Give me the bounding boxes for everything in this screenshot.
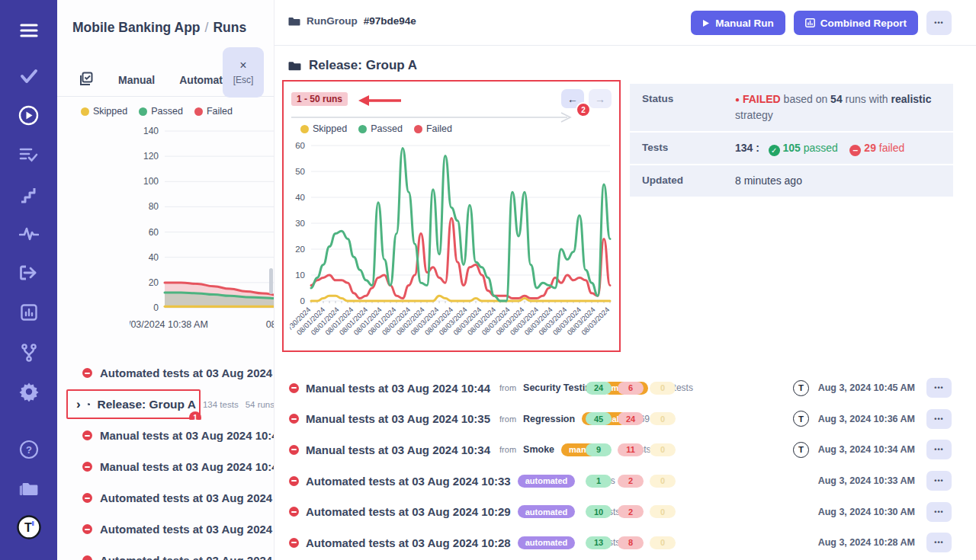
tab-manual[interactable]: Manual [118, 74, 155, 86]
legend-item[interactable]: Passed [139, 106, 183, 117]
failed-pill: 2 [618, 475, 644, 488]
svg-text:10: 10 [295, 270, 305, 280]
svg-text:140: 140 [143, 126, 159, 136]
result-list-icon[interactable] [0, 146, 57, 163]
mini-trend-chart: 02040608010012014008/03/2024 10:38 AM08/… [130, 120, 274, 341]
legend-item[interactable]: Skipped [300, 123, 347, 134]
result-pills: 9110 [586, 443, 676, 456]
failed-minus-icon: – [849, 145, 861, 156]
legend-item[interactable]: Failed [414, 123, 452, 134]
analytics-icon[interactable] [0, 303, 57, 322]
row-more-button[interactable]: ••• [926, 502, 952, 522]
pulse-icon[interactable] [0, 226, 57, 242]
run-row[interactable]: Automated tests at 03 Aug 2024 10:29auto… [282, 496, 952, 527]
breadcrumb-project[interactable]: Mobile Banking App [72, 20, 201, 35]
manual-run-button[interactable]: Manual Run [691, 11, 785, 35]
close-icon[interactable]: × [239, 59, 246, 72]
tests-row: Tests 134 : ✓ 105 passed – 29 failed [630, 133, 953, 164]
run-title: Manual tests at 03 Aug 2024 10:34 [306, 443, 490, 456]
left-run-row[interactable]: Manual tests at 03 Aug 2024 10:43 [57, 420, 274, 451]
projects-folder-icon[interactable] [0, 480, 57, 498]
play-icon [702, 19, 710, 27]
steps-icon[interactable] [0, 187, 57, 203]
mini-chart-legend: SkippedPassedFailed [81, 106, 233, 117]
skipped-pill: 0 [650, 382, 676, 395]
run-timestamp: Aug 3, 2024 10:34 AM [793, 444, 915, 455]
left-group-row[interactable]: ›Release: Group A134 tests54 runs1 [57, 389, 274, 420]
import-icon[interactable] [0, 264, 57, 282]
svg-text:30: 30 [295, 219, 305, 228]
run-timestamp: Aug 3, 2024 10:30 AM [793, 507, 915, 517]
run-title: Automated tests at 03 Aug 2024 10 [100, 554, 274, 560]
svg-text:40: 40 [149, 252, 159, 263]
tests-total: 134 [735, 142, 753, 154]
from-label: from [499, 383, 516, 392]
run-row[interactable]: Automated tests at 03 Aug 2024 10:28auto… [282, 527, 952, 558]
breadcrumb: Mobile Banking App/Runs [72, 20, 246, 36]
combined-report-button[interactable]: Combined Report [794, 11, 918, 35]
group-title[interactable]: Release: Group A [97, 398, 196, 411]
legend-label: Passed [371, 123, 403, 134]
row-more-button[interactable]: ••• [926, 378, 952, 398]
row-more-button[interactable]: ••• [926, 471, 952, 491]
legend-label: Failed [426, 123, 452, 134]
rungroup-id: #97bde94e [364, 15, 416, 27]
svg-text:T: T [24, 521, 32, 534]
passed-pill: 10 [586, 505, 612, 518]
failed-icon [82, 555, 92, 560]
trend-chart-card: 1 - 50 runs ← → 2 SkippedPassedFailed 01… [282, 80, 621, 352]
chevron-right-icon[interactable]: › [76, 398, 81, 411]
status-value: FAILED [743, 93, 781, 105]
section-heading: Release: Group A [288, 58, 417, 73]
left-run-row[interactable]: Manual tests at 03 Aug 2024 10:42 [57, 451, 274, 482]
section-title: Release: Group A [309, 58, 417, 73]
panel-scrollbar[interactable] [269, 268, 273, 294]
legend-item[interactable]: Failed [194, 106, 233, 117]
tests-check-icon[interactable] [0, 68, 57, 85]
main-trend-chart: 010203040506007/30/202408/01/202408/01/2… [290, 139, 619, 350]
settings-gear-icon[interactable] [0, 382, 57, 402]
app-logo[interactable]: T [0, 515, 57, 539]
report-chart-icon [805, 18, 815, 27]
run-title: Automated tests at 03 Aug 2024 10:33 [306, 475, 511, 488]
run-row[interactable]: Manual tests at 03 Aug 2024 10:35fromReg… [282, 404, 952, 435]
svg-text:40: 40 [295, 193, 305, 202]
status-panel: Status ● FAILED based on 54 runs with re… [630, 84, 953, 198]
legend-label: Failed [207, 106, 233, 117]
legend-item[interactable]: Skipped [81, 106, 127, 117]
run-title: Automated tests at 03 Aug 2024 10:28 [306, 536, 511, 549]
menu-icon[interactable] [0, 21, 57, 40]
passed-pill: 9 [586, 443, 612, 456]
select-runs-icon[interactable] [78, 71, 94, 90]
esc-dismiss-card[interactable]: × [Esc] [223, 47, 264, 98]
result-pills: 2460 [586, 382, 676, 395]
failed-icon [82, 430, 92, 440]
passed-pill: 1 [586, 475, 612, 488]
run-row[interactable]: Manual tests at 03 Aug 2024 10:44fromSec… [282, 373, 952, 404]
left-run-row[interactable]: Automated tests at 03 Aug 2024 10 [57, 482, 274, 514]
run-row[interactable]: Manual tests at 03 Aug 2024 10:34fromSmo… [282, 434, 952, 466]
help-icon[interactable]: ? [0, 440, 57, 459]
runs-play-icon[interactable] [0, 105, 57, 126]
svg-text:20: 20 [149, 277, 159, 288]
failed-icon [289, 414, 299, 424]
row-more-button[interactable]: ••• [926, 440, 952, 459]
legend-item[interactable]: Passed [358, 123, 403, 134]
legend-label: Passed [151, 106, 183, 117]
row-more-button[interactable]: ••• [926, 533, 952, 552]
run-row[interactable]: Automated tests at 03 Aug 2024 10:33auto… [282, 466, 952, 497]
main-chart-legend: SkippedPassedFailed [300, 123, 452, 134]
run-title: Manual tests at 03 Aug 2024 10:43 [100, 429, 274, 442]
left-run-row[interactable]: Automated tests at 03 Aug 2024 10 [57, 357, 274, 389]
more-actions-button[interactable]: ••• [926, 11, 952, 35]
left-run-row[interactable]: Automated tests at 03 Aug 2024 10 [57, 545, 274, 560]
run-title: Manual tests at 03 Aug 2024 10:44 [306, 382, 490, 395]
branch-icon[interactable] [0, 343, 57, 363]
left-run-row[interactable]: Automated tests at 03 Aug 2024 10 [57, 514, 274, 545]
row-more-button[interactable]: ••• [926, 409, 952, 429]
next-runs-button[interactable]: → [589, 89, 612, 108]
run-title: Automated tests at 03 Aug 2024 10:29 [306, 505, 511, 518]
runs-panel: Mobile Banking App/Runs Manual Automated… [57, 0, 274, 560]
svg-text:100: 100 [143, 176, 159, 187]
passed-pill: 45 [586, 412, 612, 425]
